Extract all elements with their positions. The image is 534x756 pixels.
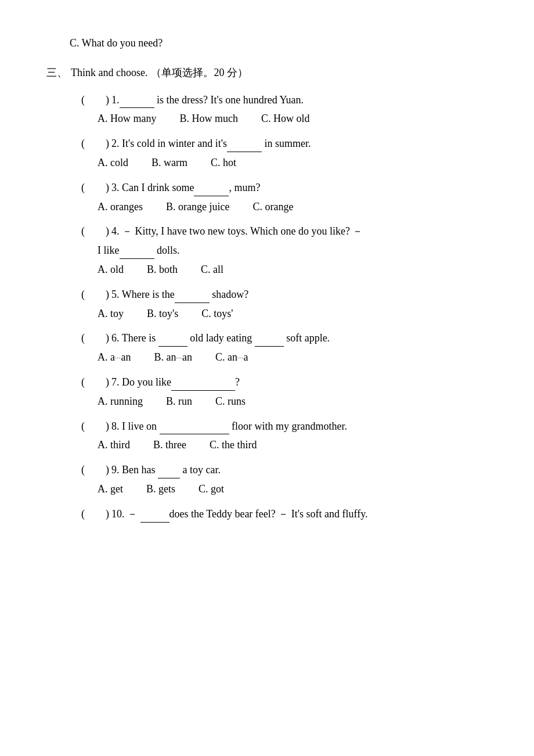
section-label: 三、 xyxy=(46,64,67,81)
question-10-text: ( ) 10. － does the Teddy bear feel? － It… xyxy=(81,506,488,523)
question-5-text: ( ) 5. Where is the shadow? xyxy=(81,286,488,303)
question-9-text: ( ) 9. Ben has a toy car. xyxy=(81,462,488,478)
question-5-options: A. toy B. toy's C. toys' xyxy=(98,305,488,322)
question-2-text: ( ) 2. It's cold in winter and it's in s… xyxy=(81,135,488,152)
question-10: ( ) 10. － does the Teddy bear feel? － It… xyxy=(81,506,488,523)
question-5: ( ) 5. Where is the shadow? A. toy B. to… xyxy=(81,286,488,322)
question-9: ( ) 9. Ben has a toy car. A. get B. gets… xyxy=(81,462,488,498)
question-3-options: A. oranges B. orange juice C. orange xyxy=(98,199,488,215)
question-1-options: A. How many B. How much C. How old xyxy=(98,110,488,127)
question-3-text: ( ) 3. Can I drink some, mum? xyxy=(81,179,488,196)
question-7: ( ) 7. Do you like? A. running B. run C.… xyxy=(81,374,488,410)
prev-item: C. What do you need? xyxy=(70,35,488,52)
question-4-text2: I like dolls. xyxy=(98,242,488,259)
section-subtitle: （单项选择。20 分） xyxy=(151,64,248,81)
question-3: ( ) 3. Can I drink some, mum? A. oranges… xyxy=(81,179,488,215)
section-title: Think and choose. xyxy=(71,64,147,81)
question-6-options: A. a···an B. an···an C. an···a xyxy=(98,349,488,366)
question-4-options: A. old B. both C. all xyxy=(98,261,488,278)
question-4: ( ) 4. － Kitty, I have two new toys. Whi… xyxy=(81,223,488,278)
question-1: ( ) 1. is the dress? It's one hundred Yu… xyxy=(81,92,488,128)
question-9-options: A. get B. gets C. got xyxy=(98,481,488,498)
section-header: 三、 Think and choose. （单项选择。20 分） xyxy=(46,64,488,81)
question-4-text: ( ) 4. － Kitty, I have two new toys. Whi… xyxy=(81,223,488,240)
question-7-text: ( ) 7. Do you like? xyxy=(81,374,488,391)
question-8-text: ( ) 8. I live on floor with my grandmoth… xyxy=(81,418,488,435)
question-6: ( ) 6. There is old lady eating soft app… xyxy=(81,330,488,366)
question-8-options: A. third B. three C. the third xyxy=(98,437,488,453)
question-8: ( ) 8. I live on floor with my grandmoth… xyxy=(81,418,488,454)
question-1-text: ( ) 1. is the dress? It's one hundred Yu… xyxy=(81,92,488,109)
question-2-options: A. cold B. warm C. hot xyxy=(98,154,488,171)
question-6-text: ( ) 6. There is old lady eating soft app… xyxy=(81,330,488,347)
question-2: ( ) 2. It's cold in winter and it's in s… xyxy=(81,135,488,171)
question-7-options: A. running B. run C. runs xyxy=(98,393,488,410)
